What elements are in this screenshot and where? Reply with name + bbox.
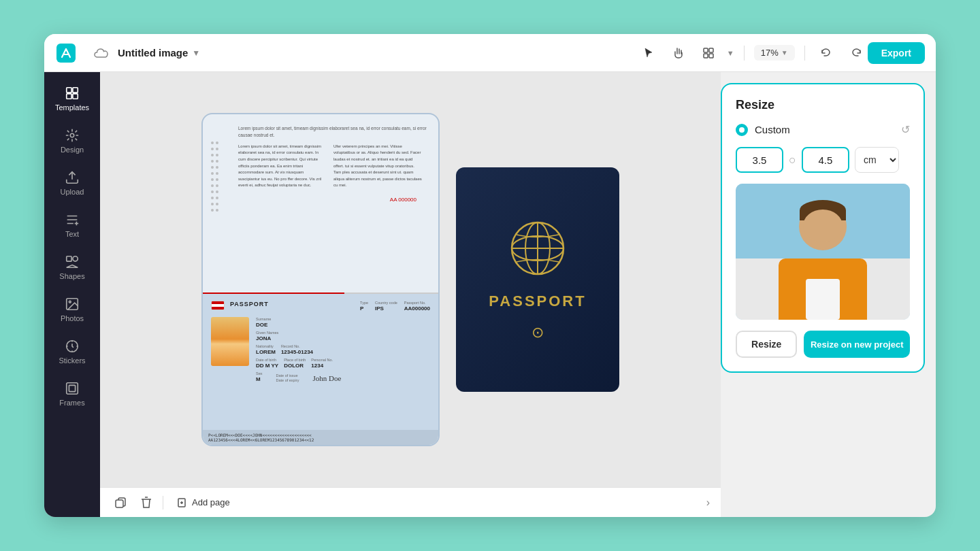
sidebar-stickers-label: Stickers [59,356,85,365]
document-title: Untitled image [118,47,188,59]
passport-top: Lorem ipsum dolor sit amet, timeam digni… [203,114,438,293]
pnum-label: Passport No. [404,301,430,305]
canvas-area: Lorem ipsum dolor sit amet, timeam digni… [100,72,721,517]
header-divider [744,46,745,61]
body: Templates Design Upload [44,72,936,517]
sidebar-templates-label: Templates [55,103,89,112]
mrz-line2: AA123456<<<4LOREM<<6LOREM12345678901234<… [208,437,433,442]
flag-icon [211,301,225,310]
svg-rect-5 [67,88,71,93]
sidebar-item-shapes[interactable]: Shapes [44,248,100,287]
templates-icon [65,86,80,101]
given-field: Given Names JONA [256,331,278,341]
passport-type-field: Type P [360,301,368,312]
add-page-button[interactable]: Add page [170,495,237,511]
delete-page-button[interactable] [137,493,156,512]
passport-body-text1: Lorem ipsum dolor sit amet, timeam digni… [238,125,427,139]
custom-option-label: Custom [755,124,894,135]
svg-rect-1 [704,48,708,52]
svg-rect-6 [73,88,78,93]
type-value: P [360,305,368,312]
passport-mrz-section: P<<LOREM<<<DOE<<<<JOHN<<<<<<<<<<<<<<<<<<… [203,430,438,445]
document-title-area[interactable]: Untitled image ▼ [118,47,200,59]
svg-rect-2 [709,48,713,52]
width-input[interactable] [736,147,783,173]
dimension-separator: ○ [789,153,796,167]
globe-icon [507,218,568,279]
design-icon [65,128,80,143]
header-right: Export [868,42,925,64]
resize-button[interactable]: Resize [736,331,797,358]
svg-rect-18 [69,385,75,391]
sidebar-item-templates[interactable]: Templates [44,79,100,118]
hand-tool-button[interactable] [667,41,690,65]
passport-header-row: PASSPORT Type P Country code IPS [211,301,430,312]
svg-rect-11 [67,256,71,261]
passport-body-text2: Lorem ipsum dolor sit amet, timeam digni… [238,144,327,189]
resize-panel: Resize Custom ↺ ○ cm in px mm [721,83,925,373]
sidebar-item-design[interactable]: Design [44,121,100,161]
custom-radio[interactable] [736,124,748,136]
svg-point-15 [69,301,71,303]
app-window: Untitled image ▼ [44,34,936,517]
resize-on-new-project-button[interactable]: Resize on new project [804,331,910,358]
signature: John Doe [312,374,341,382]
unit-select[interactable]: cm in px mm [855,147,899,173]
pob-field: Place of birth DOLOR [284,358,306,369]
shapes-icon [65,254,80,269]
svg-rect-8 [73,94,78,99]
zoom-control[interactable]: 17% ▼ [754,45,795,61]
passport-country-field: Country code IPS [375,301,397,312]
resize-preview [736,184,910,320]
surname-field: Surname DOE [256,317,271,328]
type-label: Type [360,301,368,305]
header-center-tools: ▼ 17% ▼ [637,41,868,65]
layout-tool-button[interactable] [697,41,720,65]
logo-icon[interactable] [55,42,77,64]
canvas-bottom: Add page › [100,487,721,517]
header: Untitled image ▼ [44,34,936,72]
text-icon [65,212,80,227]
expiry-label: Date of expiry [276,378,299,382]
height-input[interactable] [802,147,849,173]
redo-button[interactable] [845,41,868,65]
svg-rect-24 [116,500,123,507]
passport-aa-number: AA 000000 [214,196,427,203]
passport-template-card[interactable]: Lorem ipsum dolor sit amet, timeam digni… [201,113,440,446]
frames-icon [65,381,80,396]
sidebar-item-photos[interactable]: Photos [44,290,100,329]
sidebar-item-upload[interactable]: Upload [44,163,100,203]
passport-number-field: Passport No. AA000000 [404,301,430,312]
sidebar-item-stickers[interactable]: Stickers [44,332,100,371]
sidebar-item-text[interactable]: Text [44,205,100,245]
sidebar-item-frames[interactable]: Frames [44,374,100,414]
passport-cover[interactable]: PASSPORT ⊙ [456,167,619,392]
collapse-panel-button[interactable]: › [706,497,710,509]
zoom-chevron-icon: ▼ [781,49,788,56]
country-label: Country code [375,301,397,305]
cloud-save-icon[interactable] [92,44,111,63]
resize-dimensions: ○ cm in px mm [736,147,910,173]
undo-button[interactable] [815,41,838,65]
svg-rect-7 [67,94,71,99]
country-value: IPS [375,305,397,312]
issue-label: Date of issue [276,373,299,378]
stickers-icon [65,339,80,354]
svg-rect-4 [709,54,713,58]
upload-icon [65,170,80,185]
resize-buttons: Resize Resize on new project [736,331,910,358]
passport-label: PASSPORT [230,301,269,307]
refresh-icon[interactable]: ↺ [901,123,910,136]
export-button[interactable]: Export [868,42,925,64]
header-divider2 [804,46,805,61]
svg-point-12 [73,256,78,261]
layout-chevron-icon[interactable]: ▼ [727,49,734,57]
passport-cover-emblem: ⊙ [532,324,544,341]
duplicate-page-button[interactable] [111,493,130,512]
passport-flag [211,301,225,310]
cursor-tool-button[interactable] [637,41,660,65]
dob-field: Date of birth DD M YY [256,358,278,369]
mrz-line1: P<<LOREM<<<DOE<<<<JOHN<<<<<<<<<<<<<<<<<<… [208,433,433,437]
sidebar-shapes-label: Shapes [59,272,84,280]
sidebar-design-label: Design [61,146,84,154]
